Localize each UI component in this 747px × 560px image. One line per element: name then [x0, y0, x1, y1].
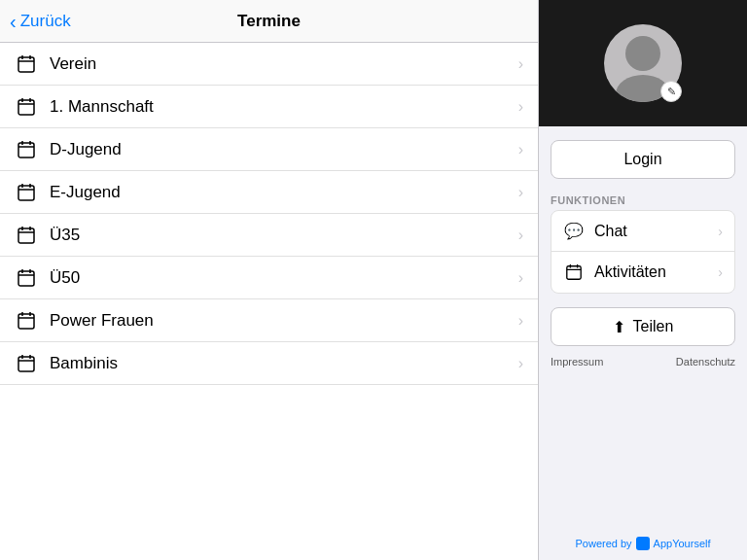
edit-avatar-button[interactable]: ✎: [660, 81, 682, 102]
chevron-right-icon: ›: [518, 355, 523, 372]
list-item-ejugend[interactable]: E-Jugend›: [0, 171, 538, 214]
list-item-bambinis[interactable]: Bambinis›: [0, 342, 538, 385]
list-item-powerfrauen[interactable]: Power Frauen›: [0, 299, 538, 342]
svg-rect-20: [18, 271, 34, 286]
svg-point-32: [625, 36, 660, 71]
powered-by: Powered by AppYourself: [575, 537, 710, 550]
login-button[interactable]: Login: [551, 140, 735, 179]
list-label-mannschaft1: 1. Mannschaft: [50, 97, 518, 117]
chevron-right-icon: ›: [518, 227, 523, 244]
list-label-powerfrauen: Power Frauen: [50, 311, 518, 331]
svg-rect-12: [18, 186, 34, 200]
funktionen-label: FUNKTIONEN: [551, 189, 735, 210]
share-label: Teilen: [633, 318, 674, 335]
appyourself-label: AppYourself: [654, 538, 711, 549]
list-label-bambinis: Bambinis: [50, 354, 518, 373]
chat-icon: 💬: [563, 221, 585, 242]
func-item-aktivitaeten[interactable]: Aktivitäten ›: [551, 252, 734, 293]
list-item-ue50[interactable]: Ü50›: [0, 257, 538, 299]
chat-chevron-icon: ›: [718, 224, 723, 239]
calendar-icon: [15, 224, 38, 247]
func-item-chat[interactable]: 💬 Chat ›: [551, 211, 734, 252]
back-button[interactable]: ‹ Zurück: [10, 12, 71, 31]
chevron-right-icon: ›: [518, 55, 523, 73]
list-item-mannschaft1[interactable]: 1. Mannschaft›: [0, 86, 538, 128]
list-label-djugend: D-Jugend: [50, 140, 518, 159]
appyourself-logo-icon: [636, 537, 650, 550]
calendar-icon: [15, 266, 38, 290]
aktivitaeten-chevron-icon: ›: [718, 264, 723, 280]
datenschutz-link[interactable]: Datenschutz: [676, 356, 735, 368]
list-label-ue35: Ü35: [50, 226, 518, 245]
svg-rect-8: [18, 143, 34, 158]
page-title: Termine: [237, 12, 301, 31]
calendar-icon: [15, 352, 38, 375]
calendar-icon: [15, 309, 38, 332]
list-item-ue35[interactable]: Ü35›: [0, 214, 538, 257]
footer-links: Impressum Datenschutz: [551, 356, 735, 368]
pencil-icon: ✎: [667, 86, 676, 98]
left-panel: ‹ Zurück Termine Verein› 1. Mannschaft› …: [0, 0, 539, 560]
svg-rect-28: [18, 357, 34, 371]
svg-rect-4: [18, 100, 34, 115]
svg-rect-24: [18, 314, 34, 329]
powered-by-label: Powered by: [575, 538, 631, 549]
chevron-right-icon: ›: [518, 98, 523, 116]
termine-list: Verein› 1. Mannschaft› D-Jugend› E-Jugen…: [0, 43, 538, 560]
chevron-right-icon: ›: [518, 184, 523, 201]
list-label-verein: Verein: [50, 54, 518, 74]
share-icon: ⬆: [613, 318, 625, 336]
back-chevron-icon: ‹: [10, 12, 17, 31]
svg-rect-16: [18, 228, 34, 243]
list-label-ue50: Ü50: [50, 268, 518, 288]
calendar-icon: [15, 95, 38, 119]
list-item-djugend[interactable]: D-Jugend›: [0, 128, 538, 171]
aktivitaeten-label: Aktivitäten: [594, 263, 718, 281]
share-button[interactable]: ⬆ Teilen: [551, 307, 735, 346]
calendar-icon: [15, 138, 38, 161]
back-label: Zurück: [20, 12, 71, 31]
list-item-verein[interactable]: Verein›: [0, 43, 538, 86]
avatar-container: ✎: [604, 24, 682, 102]
profile-header: ✎: [539, 0, 747, 126]
impressum-link[interactable]: Impressum: [551, 356, 603, 368]
nav-header: ‹ Zurück Termine: [0, 0, 538, 43]
list-label-ejugend: E-Jugend: [50, 183, 518, 202]
chevron-right-icon: ›: [518, 141, 523, 158]
svg-rect-34: [567, 266, 581, 280]
chevron-right-icon: ›: [518, 269, 523, 287]
calendar-icon: [15, 52, 38, 76]
chat-label: Chat: [594, 223, 718, 240]
aktivitaeten-icon: [563, 262, 585, 283]
svg-rect-0: [18, 57, 34, 72]
calendar-icon: [15, 181, 38, 204]
right-panel: ✎ Login FUNKTIONEN 💬 Chat › Aktivitäten …: [539, 0, 747, 560]
chevron-right-icon: ›: [518, 312, 523, 330]
funktionen-list: 💬 Chat › Aktivitäten ›: [551, 210, 735, 294]
